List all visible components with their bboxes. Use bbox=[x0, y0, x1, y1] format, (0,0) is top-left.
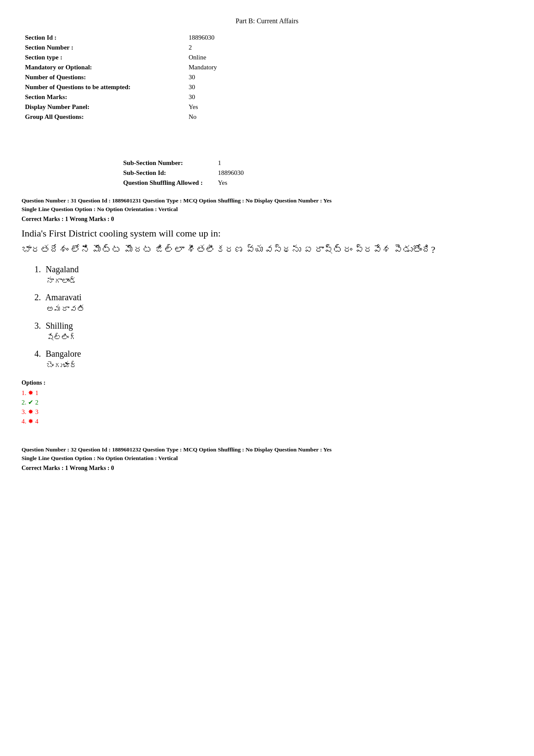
section-numq-row: Number of Questions: 30 bbox=[22, 72, 512, 82]
question-32: Question Number : 32 Question Id : 18896… bbox=[22, 445, 512, 472]
section-info-table: Section Id : 18896030 Section Number : 2… bbox=[22, 33, 512, 122]
section-id-row: Section Id : 18896030 bbox=[22, 33, 512, 43]
subsection-number-value: 1 bbox=[214, 158, 414, 168]
option-31-4-en: Bangalore bbox=[46, 349, 81, 358]
section-number-value: 2 bbox=[185, 43, 512, 53]
option-31-2-te: అమరావతి bbox=[47, 304, 512, 314]
section-display-row: Display Number Panel: Yes bbox=[22, 102, 512, 112]
question-32-correct-marks: Correct Marks : 1 Wrong Marks : 0 bbox=[22, 465, 512, 472]
option-31-3: 3. Shilling షిల్లింగ్ bbox=[34, 319, 512, 343]
subsection-id-value: 18896030 bbox=[214, 168, 414, 178]
section-type-row: Section type : Online bbox=[22, 53, 512, 62]
section-marks-label: Section Marks: bbox=[22, 92, 185, 102]
option-31-3-en: Shilling bbox=[46, 321, 73, 330]
section-numq-label: Number of Questions: bbox=[22, 72, 185, 82]
question-32-meta: Question Number : 32 Question Id : 18896… bbox=[22, 445, 512, 463]
section-group-value: No bbox=[185, 112, 512, 122]
option-31-2-num: 2. bbox=[34, 292, 41, 302]
section-display-value: Yes bbox=[185, 102, 512, 112]
option-31-3-te: షిల్లింగ్ bbox=[47, 332, 512, 343]
option-31-4-te: బెంగుళూర్ bbox=[47, 360, 512, 371]
subsection-id-row: Sub-Section Id: 18896030 bbox=[120, 168, 414, 178]
question-31: Question Number : 31 Question Id : 18896… bbox=[22, 196, 512, 425]
answer-31-2: 2. ✔ 2 bbox=[22, 398, 512, 406]
subsection-number-label: Sub-Section Number: bbox=[120, 158, 214, 168]
option-31-1-en: Nagaland bbox=[46, 264, 79, 274]
options-label-31: Options : bbox=[22, 380, 512, 386]
subsection-shuffling-row: Question Shuffling Allowed : Yes bbox=[120, 178, 414, 188]
section-marks-row: Section Marks: 30 bbox=[22, 92, 512, 102]
question-31-meta: Question Number : 31 Question Id : 18896… bbox=[22, 196, 512, 214]
answer-31-4: 4. ✸ 4 bbox=[22, 417, 512, 425]
section-numq-value: 30 bbox=[185, 72, 512, 82]
option-31-1-te: నాగాలాండ్ bbox=[47, 276, 512, 286]
section-number-row: Section Number : 2 bbox=[22, 43, 512, 53]
section-mandatory-row: Mandatory or Optional: Mandatory bbox=[22, 62, 512, 72]
section-attempted-value: 30 bbox=[185, 82, 512, 92]
option-31-1: 1. Nagaland నాగాలాండ్ bbox=[34, 263, 512, 286]
page-title: Part B: Current Affairs bbox=[22, 17, 512, 25]
section-type-value: Online bbox=[185, 53, 512, 62]
question-31-text-en: India's First District cooling system wi… bbox=[22, 227, 512, 240]
subsection-number-row: Sub-Section Number: 1 bbox=[120, 158, 414, 168]
option-31-3-num: 3. bbox=[34, 321, 41, 330]
answer-options-31: 1. ✸ 1 2. ✔ 2 3. ✸ 3 4. ✸ 4 bbox=[22, 389, 512, 425]
section-group-row: Group All Questions: No bbox=[22, 112, 512, 122]
subsection-shuffling-value: Yes bbox=[214, 178, 414, 188]
option-31-1-num: 1. bbox=[34, 264, 41, 274]
section-mandatory-label: Mandatory or Optional: bbox=[22, 62, 185, 72]
question-31-text-te: భారతదేశం లోని మొట్ట మొదట జిల్లా శీతలీకరణ… bbox=[22, 243, 512, 257]
section-id-label: Section Id : bbox=[22, 33, 185, 43]
section-marks-value: 30 bbox=[185, 92, 512, 102]
option-31-4-num: 4. bbox=[34, 349, 41, 358]
section-display-label: Display Number Panel: bbox=[22, 102, 185, 112]
section-mandatory-value: Mandatory bbox=[185, 62, 512, 72]
option-31-2-en: Amaravati bbox=[45, 292, 81, 302]
subsection-id-label: Sub-Section Id: bbox=[120, 168, 214, 178]
section-attempted-row: Number of Questions to be attempted: 30 bbox=[22, 82, 512, 92]
section-number-label: Section Number : bbox=[22, 43, 185, 53]
subsection-table: Sub-Section Number: 1 Sub-Section Id: 18… bbox=[120, 158, 414, 188]
option-31-4: 4. Bangalore బెంగుళూర్ bbox=[34, 347, 512, 371]
section-id-value: 18896030 bbox=[185, 33, 512, 43]
subsection-shuffling-label: Question Shuffling Allowed : bbox=[120, 178, 214, 188]
question-31-correct-marks: Correct Marks : 1 Wrong Marks : 0 bbox=[22, 216, 512, 223]
section-type-label: Section type : bbox=[22, 53, 185, 62]
section-group-label: Group All Questions: bbox=[22, 112, 185, 122]
option-31-2: 2. Amaravati అమరావతి bbox=[34, 291, 512, 314]
section-attempted-label: Number of Questions to be attempted: bbox=[22, 82, 185, 92]
question-31-options-list: 1. Nagaland నాగాలాండ్ 2. Amaravati అమరావ… bbox=[34, 263, 512, 371]
answer-31-1: 1. ✸ 1 bbox=[22, 389, 512, 397]
answer-31-3: 3. ✸ 3 bbox=[22, 408, 512, 416]
